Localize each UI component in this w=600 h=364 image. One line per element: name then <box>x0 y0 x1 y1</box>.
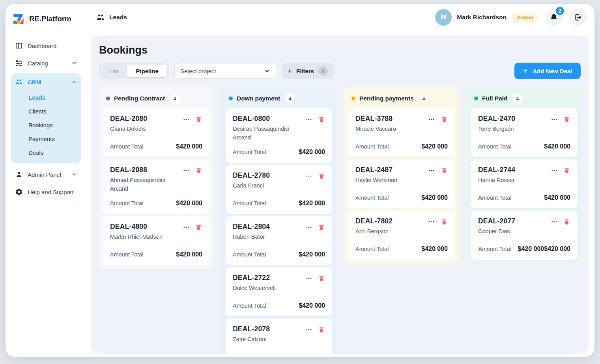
column-cards: DEAL-3788 Miracle Vaccaro Amount Total $… <box>348 108 455 260</box>
deal-id: DEAL-2078 <box>233 325 270 333</box>
deal-id: DEAL-2780 <box>233 171 270 180</box>
column-count-badge: 4 <box>419 93 429 104</box>
trash-icon[interactable] <box>441 218 448 225</box>
card-menu-button[interactable] <box>551 167 557 174</box>
trash-icon[interactable] <box>563 116 570 123</box>
pipeline-column: Full Paid 4 DEAL-2470 Terry Bergson Amou… <box>467 87 581 264</box>
deal-card[interactable]: DEAL-2744 Hanna Rosser Amount Total $420… <box>471 160 578 208</box>
sidebar: RE.Platform Dashboard Catalog <box>6 4 85 357</box>
deal-card[interactable]: DEAL-3788 Miracle Vaccaro Amount Total $… <box>348 108 455 157</box>
breadcrumb[interactable]: Leads <box>96 13 127 22</box>
amount-label: Amount Total <box>355 195 389 201</box>
card-menu-button[interactable] <box>428 219 435 225</box>
filters-button[interactable]: + Filters 0 <box>282 63 334 79</box>
deal-card[interactable]: DEAL-4800 Martin Rhiel Madsen Amount Tot… <box>103 216 209 265</box>
column-title: Down payment <box>237 95 280 102</box>
trash-icon[interactable] <box>563 167 570 174</box>
sidebar-item-dashboard[interactable]: Dashboard <box>11 37 81 54</box>
bell-icon <box>550 13 558 22</box>
app-window: RE.Platform Dashboard Catalog <box>6 4 594 357</box>
card-menu-button[interactable] <box>306 116 312 123</box>
trash-icon[interactable] <box>195 167 202 174</box>
amount-value: $420 000 <box>299 149 325 156</box>
column-cards: DEAL-2080 Giana Dokidis Amount Total $42… <box>103 108 209 265</box>
card-menu-button[interactable] <box>183 224 189 230</box>
people-icon <box>96 13 105 22</box>
deal-card[interactable]: DEAL-7802 Ann Bergson Amount Total $420 … <box>348 211 455 260</box>
sidebar-item-help-support[interactable]: Help and Support <box>11 183 81 201</box>
people-icon <box>15 78 23 86</box>
pipeline-column: Pending Contract 4 DEAL-2080 Giana Dokid… <box>99 87 213 269</box>
trash-icon[interactable] <box>441 116 448 123</box>
amount-value: $420 000 <box>421 143 448 150</box>
avatar[interactable]: M <box>435 9 452 26</box>
project-select[interactable]: Select project <box>174 63 276 79</box>
deal-client: Ahmad Passaquindici Arcand <box>110 176 183 193</box>
deal-client: Ruben Bator <box>233 233 306 241</box>
card-menu-button[interactable] <box>306 275 312 282</box>
status-dot-icon <box>351 97 355 100</box>
breadcrumb-label: Leads <box>109 14 127 21</box>
toggle-list[interactable]: List <box>101 65 127 77</box>
trash-icon[interactable] <box>318 173 325 180</box>
card-menu-button[interactable] <box>428 116 435 123</box>
trash-icon[interactable] <box>195 224 202 231</box>
notifications-button[interactable]: 2 <box>545 9 563 26</box>
sidebar-item-clients[interactable]: Clients <box>11 104 81 118</box>
toggle-pipeline[interactable]: Pipeline <box>127 65 167 77</box>
trash-icon[interactable] <box>563 218 570 225</box>
deal-card[interactable]: DEAL-0800 Desirae Passaquindici Arcand A… <box>226 108 332 163</box>
add-new-deal-button[interactable]: + Add New Deal <box>514 63 581 79</box>
deal-card[interactable]: DEAL-2780 Carla Franci Amount Total $420… <box>226 165 332 214</box>
card-menu-button[interactable] <box>306 327 312 333</box>
card-menu-button[interactable] <box>306 224 312 230</box>
card-menu-button[interactable] <box>428 167 435 174</box>
sidebar-item-label: Admin Panel <box>28 171 61 178</box>
deal-client: Miracle Vaccaro <box>355 125 428 134</box>
sidebar-item-admin-panel[interactable]: Admin Panel <box>11 166 81 183</box>
trash-icon[interactable] <box>318 326 325 333</box>
deal-card[interactable]: DEAL-2078 Zaire Calzoni Amount Total $42… <box>226 319 332 354</box>
chevron-up-icon <box>71 79 77 85</box>
deal-card[interactable]: DEAL-2722 Dulce Westervelt Amount Total … <box>226 267 332 316</box>
sidebar-item-deals[interactable]: Deals <box>11 146 81 160</box>
view-toggle: List Pipeline <box>99 63 169 79</box>
card-menu-button[interactable] <box>306 173 312 179</box>
column-count-badge: 4 <box>512 93 523 104</box>
sidebar-item-crm[interactable]: CRM <box>11 73 81 91</box>
filters-count-badge: 0 <box>318 66 328 76</box>
trash-icon[interactable] <box>318 224 325 231</box>
sidebar-item-leads[interactable]: Leads <box>11 91 81 104</box>
column-title: Pending payments <box>359 95 414 102</box>
logout-button[interactable] <box>569 9 587 26</box>
gear-icon <box>15 188 23 196</box>
trash-icon[interactable] <box>441 167 448 174</box>
sidebar-item-bookings[interactable]: Bookings <box>11 118 81 132</box>
deal-card[interactable]: DEAL-2088 Ahmad Passaquindici Arcand Amo… <box>103 160 209 214</box>
card-menu-button[interactable] <box>183 167 189 174</box>
sidebar-item-payments[interactable]: Payments <box>11 132 81 146</box>
sidebar-item-catalog[interactable]: Catalog <box>11 54 81 72</box>
column-count-badge: 4 <box>285 93 295 104</box>
deal-card[interactable]: DEAL-2077 Cooper Dias Amount Total $420 … <box>471 211 578 260</box>
deal-card[interactable]: DEAL-2487 Haylie Workman Amount Total $4… <box>348 160 455 208</box>
deal-id: DEAL-2744 <box>478 166 515 174</box>
card-menu-button[interactable] <box>551 219 557 225</box>
deal-card[interactable]: DEAL-2804 Ruben Bator Amount Total $420 … <box>226 216 332 265</box>
trash-icon[interactable] <box>318 116 325 123</box>
deal-card[interactable]: DEAL-2470 Terry Bergson Amount Total $42… <box>471 108 578 157</box>
amount-label: Amount Total <box>110 251 143 258</box>
trash-icon[interactable] <box>195 116 202 123</box>
amount-value: $420 000 <box>176 251 202 258</box>
deal-card[interactable]: DEAL-2080 Giana Dokidis Amount Total $42… <box>103 108 209 157</box>
topbar: Leads M Mark Richardson Admin 2 <box>85 4 594 31</box>
deal-id: DEAL-7802 <box>355 217 393 225</box>
user-name: Mark Richardson <box>457 14 507 21</box>
amount-label: Amount Total <box>233 354 266 354</box>
card-menu-button[interactable] <box>551 116 557 123</box>
card-menu-button[interactable] <box>183 116 189 123</box>
amount-label: Amount Total <box>233 251 266 258</box>
trash-icon[interactable] <box>318 275 325 282</box>
deal-id: DEAL-2088 <box>110 166 147 174</box>
column-header: Pending Contract 4 <box>103 91 209 108</box>
